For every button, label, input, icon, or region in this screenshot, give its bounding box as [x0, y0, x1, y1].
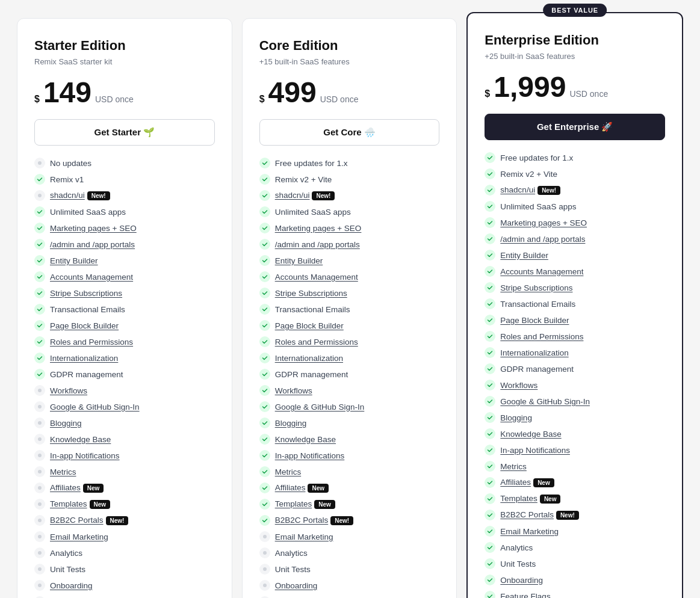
feature-link[interactable]: Templates [275, 499, 312, 508]
feature-link[interactable]: Accounts Management [500, 267, 583, 276]
feature-label: Internationalization [500, 348, 568, 357]
feature-item: Entity Builder [34, 255, 215, 266]
feature-link[interactable]: Accounts Management [50, 273, 133, 282]
feature-link[interactable]: Marketing pages + SEO [500, 218, 587, 227]
feature-link[interactable]: Onboarding [500, 576, 543, 585]
plan-card-enterprise: BEST VALUEEnterprise Edition+25 built-in… [466, 12, 683, 598]
feature-link[interactable]: In-app Notifications [50, 451, 120, 460]
feature-link[interactable]: /admin and /app portals [275, 240, 360, 249]
feature-icon [485, 315, 495, 325]
feature-link[interactable]: Blogging [50, 419, 82, 428]
feature-link[interactable]: Stripe Subscriptions [500, 283, 572, 292]
feature-link[interactable]: Workflows [50, 386, 87, 395]
feature-link[interactable]: Workflows [275, 386, 312, 395]
feature-item: Knowledge Base [259, 434, 440, 445]
feature-link[interactable]: B2B2C Portals [500, 510, 554, 519]
feature-link[interactable]: Metrics [500, 462, 527, 471]
feature-icon [259, 531, 270, 542]
feature-link[interactable]: Knowledge Base [500, 430, 561, 439]
feature-icon [485, 282, 495, 293]
feature-item: /admin and /app portals [259, 239, 440, 250]
feature-icon [485, 347, 495, 358]
cta-button[interactable]: Get Core 🌧️ [259, 119, 440, 146]
feature-icon [34, 515, 45, 526]
feature-item: Stripe Subscriptions [259, 288, 440, 298]
feature-link[interactable]: Affiliates [50, 483, 81, 492]
feature-item: Stripe Subscriptions [34, 288, 215, 298]
feature-link[interactable]: B2B2C Portals [50, 516, 104, 525]
feature-link[interactable]: B2B2C Portals [275, 516, 329, 525]
feature-link[interactable]: Page Block Builder [50, 321, 119, 330]
price-amount: 499 [268, 78, 317, 107]
feature-link[interactable]: /admin and /app portals [50, 240, 135, 249]
feature-label: B2B2C PortalsNew! [500, 510, 578, 520]
feature-link[interactable]: In-app Notifications [500, 446, 570, 455]
feature-link[interactable]: Knowledge Base [275, 435, 336, 444]
feature-item: Roles and Permissions [485, 331, 665, 342]
feature-link[interactable]: Blogging [275, 419, 307, 428]
feature-link[interactable]: Marketing pages + SEO [50, 224, 137, 233]
cta-button[interactable]: Get Starter 🌱 [34, 119, 215, 146]
feature-link[interactable]: Templates [50, 499, 87, 508]
feature-link[interactable]: Page Block Builder [500, 316, 569, 325]
feature-link[interactable]: Email Marketing [50, 532, 108, 541]
feature-item: In-app Notifications [34, 450, 215, 461]
feature-link[interactable]: shadcn/ui [50, 191, 85, 200]
feature-link[interactable]: Roles and Permissions [275, 338, 358, 347]
feature-link[interactable]: Roles and Permissions [500, 332, 583, 341]
feature-label: Blogging [500, 413, 532, 422]
feature-link[interactable]: Internationalization [50, 354, 118, 363]
feature-link[interactable]: Templates [500, 494, 537, 503]
feature-link[interactable]: Google & GitHub Sign-In [275, 402, 365, 412]
feature-link[interactable]: Page Block Builder [275, 321, 344, 330]
feature-link[interactable]: Onboarding [50, 581, 93, 590]
feature-label: Stripe Subscriptions [500, 283, 572, 292]
feature-link[interactable]: Google & GitHub Sign-In [500, 397, 590, 406]
feature-link[interactable]: Knowledge Base [50, 435, 111, 444]
feature-item: Remix v1 [34, 174, 215, 185]
feature-item: Transactional Emails [485, 298, 665, 309]
feature-link[interactable]: Email Marketing [500, 527, 559, 536]
feature-link[interactable]: Feature Flags [500, 592, 550, 599]
feature-icon [259, 320, 270, 331]
feature-label: Blogging [50, 419, 82, 428]
feature-link[interactable]: Metrics [275, 467, 302, 476]
feature-link[interactable]: Entity Builder [275, 256, 323, 265]
feature-link[interactable]: Stripe Subscriptions [275, 289, 347, 298]
feature-item: Feature Flags [485, 591, 665, 598]
feature-link[interactable]: Onboarding [275, 581, 318, 590]
feature-link[interactable]: Internationalization [275, 354, 343, 363]
feature-link[interactable]: Marketing pages + SEO [275, 224, 362, 233]
cta-button[interactable]: Get Enterprise 🚀 [485, 114, 665, 140]
feature-link[interactable]: Email Marketing [275, 532, 333, 541]
feature-link[interactable]: Affiliates [275, 483, 306, 492]
feature-badge: New [540, 495, 561, 504]
feature-label: AffiliatesNew [500, 478, 554, 487]
feature-item: Roles and Permissions [34, 336, 215, 347]
feature-link[interactable]: Metrics [50, 467, 76, 476]
feature-link[interactable]: Workflows [500, 381, 537, 390]
feature-link[interactable]: Entity Builder [500, 251, 548, 260]
feature-link[interactable]: Stripe Subscriptions [50, 289, 122, 298]
feature-label: Page Block Builder [500, 316, 569, 325]
svg-point-6 [38, 454, 42, 457]
feature-item: Internationalization [259, 353, 440, 363]
feature-item: Page Block Builder [34, 320, 215, 331]
feature-icon [34, 466, 45, 477]
feature-link[interactable]: Affiliates [500, 478, 531, 487]
feature-link[interactable]: Google & GitHub Sign-In [50, 402, 140, 412]
feature-link[interactable]: Entity Builder [50, 256, 98, 265]
feature-label: GDPR management [500, 365, 574, 374]
feature-link[interactable]: Accounts Management [275, 273, 358, 282]
feature-icon [485, 510, 495, 520]
feature-icon [259, 353, 270, 363]
feature-link[interactable]: Internationalization [500, 348, 568, 357]
feature-link[interactable]: In-app Notifications [275, 451, 345, 460]
feature-link[interactable]: Roles and Permissions [50, 338, 133, 347]
feature-link[interactable]: shadcn/ui [275, 191, 310, 200]
feature-link[interactable]: /admin and /app portals [500, 235, 585, 244]
feature-item: Accounts Management [34, 271, 215, 282]
feature-link[interactable]: shadcn/ui [500, 185, 535, 194]
feature-link[interactable]: Blogging [500, 413, 532, 422]
feature-icon [34, 174, 45, 185]
